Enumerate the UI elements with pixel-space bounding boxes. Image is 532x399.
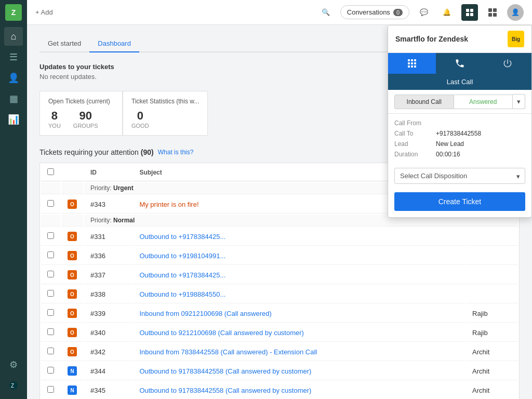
row-checkbox[interactable] [47, 348, 54, 354]
add-button[interactable]: + Add [35, 8, 53, 16]
nav-reports[interactable]: ▦ [4, 89, 23, 108]
ticket-badge: O [68, 328, 77, 337]
row-checkbox[interactable] [47, 232, 54, 239]
lead-row: Lead New Lead [394, 139, 525, 149]
table-row: O #338 Outbound to +9198884550... [41, 285, 518, 303]
ticket-subject[interactable]: My printer is on fire! [139, 201, 198, 208]
popup-body: Last Call Inbound Call Answered ▾ Call F… [388, 74, 531, 217]
svg-rect-1 [466, 9, 469, 12]
popup-tab-dialpad[interactable] [388, 53, 436, 74]
svg-rect-11 [414, 59, 416, 61]
ticket-badge: O [68, 270, 77, 280]
conversations-button[interactable]: Conversations 0 [340, 5, 409, 19]
ticket-stats-title: Ticket Statistics (this w... [131, 98, 199, 105]
notification-icon-button[interactable]: 🔔 [438, 4, 455, 21]
nav-analytics[interactable]: 📊 [4, 110, 23, 129]
row-checkbox[interactable] [47, 290, 54, 297]
chat-icon-button[interactable]: 💬 [416, 4, 432, 21]
ticket-badge: N [68, 366, 77, 376]
nav-tickets[interactable]: ☰ [4, 48, 23, 66]
create-ticket-button[interactable]: Create Ticket [394, 192, 525, 211]
conversations-label: Conversations [347, 8, 390, 16]
ticket-assignee: Rajib [466, 304, 518, 323]
select-all-checkbox[interactable] [47, 168, 54, 175]
ticket-subject[interactable]: Outbound to +9178384425... [139, 271, 225, 279]
popup-tab-power[interactable] [484, 53, 531, 74]
svg-rect-17 [414, 65, 416, 68]
popup-logo: Big [508, 31, 524, 47]
ticket-subject[interactable]: Outbound to 917838442558 (Call answered … [139, 367, 311, 375]
contacts-icon-button[interactable] [461, 4, 478, 21]
ticket-id: #337 [84, 266, 132, 284]
svg-rect-14 [414, 62, 416, 64]
ticket-subject[interactable]: Outbound to +9198884550... [139, 290, 225, 298]
table-row: O #331 Outbound to +9178384425... [41, 228, 518, 246]
main-area: + Add 🔍 Conversations 0 💬 🔔 👤 Get starte… [27, 0, 532, 399]
page-content: Get started Dashboard Updates to your ti… [27, 25, 532, 399]
row-checkbox[interactable] [47, 367, 54, 374]
nav-home[interactable]: ⌂ [4, 27, 23, 46]
last-call-bar: Last Call [388, 74, 531, 90]
row-checkbox[interactable] [47, 251, 54, 258]
ticket-badge: O [68, 309, 77, 318]
tab-dashboard[interactable]: Dashboard [89, 35, 139, 52]
ticket-id: #342 [84, 343, 132, 361]
svg-rect-9 [408, 59, 410, 61]
row-checkbox[interactable] [47, 386, 54, 393]
call-from-row: Call From [394, 118, 525, 128]
user-avatar[interactable]: 👤 [507, 4, 524, 21]
ticket-subject[interactable]: Outbound to 9212100698 (Call answered by… [139, 329, 304, 337]
left-navigation: Z ⌂ ☰ 👤 ▦ 📊 ⚙ Z [0, 0, 27, 399]
row-checkbox[interactable] [47, 328, 54, 335]
call-status-row: Inbound Call Answered ▾ [388, 90, 531, 114]
table-row: O #339 Inbound from 09212100698 (Call an… [41, 304, 518, 323]
search-button[interactable]: 🔍 [317, 4, 334, 21]
ticket-subject[interactable]: Inbound from 7838442558 (Call answered) … [139, 348, 317, 356]
ticket-badge: O [68, 251, 77, 260]
smartflo-popup: Smartflo for Zendesk Big [388, 25, 532, 218]
call-to-label: Call To [394, 130, 436, 137]
popup-title: Smartflo for Zendesk [395, 35, 468, 43]
ticket-assignee: Rajib [466, 324, 518, 342]
ticket-subject[interactable]: Outbound to +9178384425... [139, 233, 225, 241]
col-id-header: ID [84, 164, 132, 181]
svg-rect-7 [488, 13, 492, 17]
row-checkbox[interactable] [47, 309, 54, 316]
what-is-this-link[interactable]: What is this? [158, 149, 194, 156]
svg-rect-4 [470, 13, 473, 16]
row-checkbox[interactable] [47, 271, 54, 277]
call-disposition-select[interactable]: Select Call Disposition [394, 168, 525, 184]
row-checkbox[interactable] [47, 200, 54, 207]
popup-tabs [388, 53, 531, 74]
nav-zendesk[interactable]: Z [4, 376, 23, 395]
ticket-subject[interactable]: Inbound from 09212100698 (Call answered) [139, 310, 271, 317]
popup-tab-call[interactable] [436, 53, 484, 74]
svg-rect-13 [411, 62, 413, 64]
call-to-value: +917838442558 [436, 130, 525, 137]
svg-rect-8 [493, 13, 497, 17]
ticket-id: #345 [84, 381, 132, 399]
nav-settings[interactable]: ⚙ [4, 355, 23, 374]
tab-get-started[interactable]: Get started [39, 35, 89, 52]
disposition-wrapper: Select Call Disposition [394, 168, 525, 184]
call-dropdown-arrow[interactable]: ▾ [513, 94, 525, 109]
ticket-subject[interactable]: Outbound to 917838442558 (Call answered … [139, 387, 311, 394]
ticket-badge: O [68, 289, 77, 299]
top-bar: + Add 🔍 Conversations 0 💬 🔔 👤 [27, 0, 532, 25]
ticket-assignee [466, 285, 518, 303]
call-from-label: Call From [394, 119, 436, 127]
ticket-badge: O [68, 232, 77, 241]
ticket-badge: O [68, 200, 77, 209]
table-row: O #336 Outbound to +9198104991... [41, 247, 518, 265]
table-row: N #345 Outbound to 917838442558 (Call an… [41, 381, 518, 399]
tickets-requiring-title: Tickets requiring your attention (90) [39, 148, 154, 156]
ticket-stats-group: Ticket Statistics (this w... 0 GOOD [123, 91, 208, 136]
ticket-assignee [466, 266, 518, 284]
svg-rect-10 [411, 59, 413, 61]
open-tickets-group: Open Tickets (current) 8 YOU 90 GROUPS [39, 91, 123, 136]
ticket-subject[interactable]: Outbound to +9198104991... [139, 252, 225, 260]
grid-icon-button[interactable] [484, 4, 501, 21]
svg-rect-2 [470, 9, 473, 12]
nav-contacts[interactable]: 👤 [4, 69, 23, 87]
duration-row: Duration 00:00:16 [394, 149, 525, 159]
